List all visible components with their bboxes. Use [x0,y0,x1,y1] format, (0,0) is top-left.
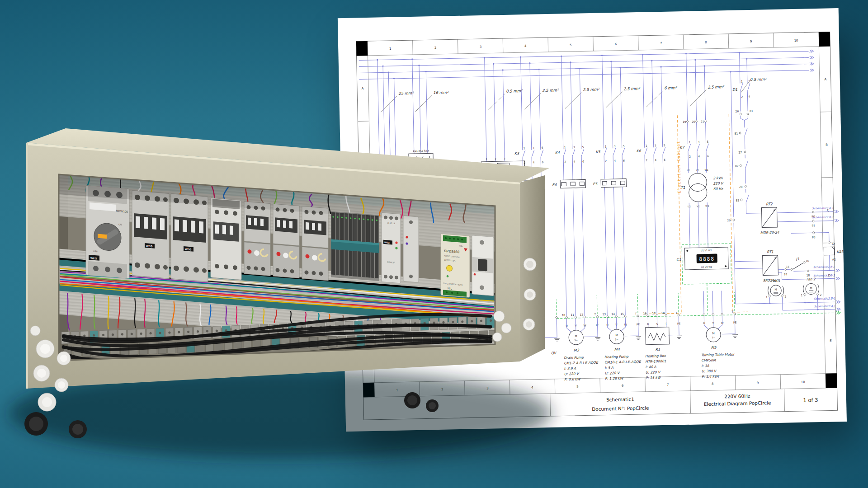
mini-contactor-stack-1 [244,202,270,276]
scene: { "background": {"center": "#2f8098", "e… [0,0,868,488]
contactor-device-3 [211,198,241,280]
svg-text:WEG: WEG [90,257,97,260]
phase-monitor-relay: L1 L2 L3 WEG RPW-3F [382,212,401,283]
circuit-breaker-device [472,235,494,296]
motor-breaker-mpw100: MPW100 ON OFF WEG [86,185,129,278]
svg-text:WEG: WEG [384,241,390,244]
svg-text:OFF: OFF [93,250,98,253]
relay-terminal-bank [331,211,379,281]
mini-contactor-stack-2 [273,204,299,278]
svg-text:WEG: WEG [146,244,153,248]
svg-text:ON: ON [118,223,122,226]
svg-text:WEG: WEG [185,248,192,251]
mini-contactor-stack-3 [302,206,328,281]
indicator-module [403,216,419,282]
psu-spd2460: Rdy SPD2460 AC/DC Converter 24VDC-2.5A 1… [441,234,470,297]
electrical-cabinet-render: MPW100 ON OFF WEG WEG [0,0,868,488]
svg-text:N L: N L [448,286,452,290]
contactor-device-1: WEG [132,191,169,279]
contactor-device-2: WEG [171,194,208,282]
breaker-toggle [478,259,487,272]
svg-text:Rdy: Rdy [459,244,463,247]
